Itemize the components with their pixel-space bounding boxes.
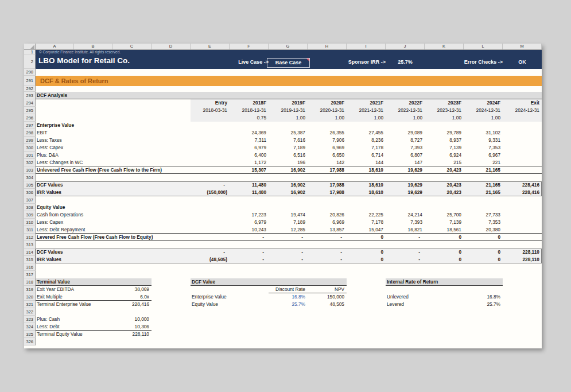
cell-G298[interactable]: 25,387 bbox=[269, 129, 308, 137]
row-header-316[interactable]: 316 bbox=[24, 263, 36, 271]
cell-I296[interactable]: 1.00 bbox=[347, 114, 386, 122]
cell-K303[interactable]: 20,423 bbox=[425, 166, 464, 174]
cell-K299[interactable]: 8,937 bbox=[425, 137, 464, 144]
cell-G311[interactable]: 12,285 bbox=[269, 226, 308, 234]
cell-I294[interactable]: 2021F bbox=[347, 99, 386, 107]
cell-H295[interactable]: 2020-12-31 bbox=[308, 107, 347, 114]
row-header-299[interactable]: 299 bbox=[24, 137, 36, 144]
cell-H321[interactable]: 48,505 bbox=[308, 301, 347, 308]
cell-F301[interactable]: 6,400 bbox=[230, 152, 269, 159]
cell-E294[interactable]: Entry bbox=[191, 99, 230, 107]
cell-L312[interactable]: 0 bbox=[464, 234, 503, 241]
cell-E318[interactable]: DCF Value bbox=[191, 278, 347, 286]
cell-I298[interactable]: 27,455 bbox=[347, 129, 386, 137]
cell-J299[interactable]: 8,727 bbox=[386, 137, 425, 144]
cell-J295[interactable]: 2022-12-31 bbox=[386, 107, 425, 114]
cell-H306[interactable]: 17,988 bbox=[308, 189, 347, 196]
row-header-303[interactable]: 303 bbox=[24, 166, 36, 174]
cell-F295[interactable]: 2018-12-31 bbox=[230, 107, 269, 114]
cell-I302[interactable]: 144 bbox=[347, 159, 386, 166]
row-header-294[interactable]: 294 bbox=[24, 99, 36, 107]
cell-K315[interactable]: 0 bbox=[425, 256, 464, 263]
row-header-1[interactable]: 1 bbox=[24, 49, 36, 55]
cell-A310[interactable]: Less: Capex bbox=[36, 219, 112, 226]
row-header-321[interactable]: 321 bbox=[24, 301, 36, 308]
cell-G305[interactable]: 16,902 bbox=[269, 181, 308, 189]
row-header-312[interactable]: 312 bbox=[24, 234, 36, 241]
cell-L305[interactable]: 21,165 bbox=[464, 181, 503, 189]
cell-A325[interactable]: Terminal Equity Value bbox=[36, 331, 112, 338]
cell-L310[interactable]: 7,353 bbox=[464, 219, 503, 226]
cell-K294[interactable]: 2023F bbox=[425, 99, 464, 107]
cell-I311[interactable]: 15,047 bbox=[347, 226, 386, 234]
row-header-297[interactable]: 297 bbox=[24, 122, 36, 129]
col-header-L[interactable]: L bbox=[464, 44, 503, 49]
cell-H312[interactable]: - bbox=[308, 234, 347, 241]
row-header-310[interactable]: 310 bbox=[24, 219, 36, 226]
cell-I305[interactable]: 18,610 bbox=[347, 181, 386, 189]
cell-G294[interactable]: 2019F bbox=[269, 99, 308, 107]
cell-A299[interactable]: Less: Taxes bbox=[36, 137, 112, 144]
cell-G315[interactable]: - bbox=[269, 256, 308, 263]
cell-H319[interactable]: NPV bbox=[308, 286, 347, 293]
col-header-A[interactable]: A bbox=[36, 44, 74, 49]
cell-K301[interactable]: 6,924 bbox=[425, 152, 464, 159]
cell-A314[interactable]: DCF Values bbox=[36, 249, 112, 256]
row-header-308[interactable]: 308 bbox=[24, 204, 36, 211]
cell-A302[interactable]: Less: Changes in WC bbox=[36, 159, 112, 166]
cell-A315[interactable]: IRR Values bbox=[36, 256, 112, 263]
cell-K309[interactable]: 25,700 bbox=[425, 211, 464, 219]
cell-J300[interactable]: 7,393 bbox=[386, 144, 425, 152]
cell-A300[interactable]: Less: Capex bbox=[36, 144, 112, 152]
cell-E306[interactable]: (150,000) bbox=[191, 189, 230, 196]
cell-J302[interactable]: 147 bbox=[386, 159, 425, 166]
row-header-301[interactable]: 301 bbox=[24, 152, 36, 159]
col-header-K[interactable]: K bbox=[425, 44, 464, 49]
row-header-315[interactable]: 315 bbox=[24, 256, 36, 263]
cell-J294[interactable]: 2022F bbox=[386, 99, 425, 107]
cell-L294[interactable]: 2024F bbox=[464, 99, 503, 107]
cell-F299[interactable]: 7,311 bbox=[230, 137, 269, 144]
cell-I310[interactable]: 7,178 bbox=[347, 219, 386, 226]
row-header-296[interactable]: 296 bbox=[24, 114, 36, 122]
cell-L298[interactable]: 31,102 bbox=[464, 129, 503, 137]
row-header-293[interactable]: 293 bbox=[24, 92, 36, 99]
cell-A305[interactable]: DCF Values bbox=[36, 181, 112, 189]
cell-E315[interactable]: (48,505) bbox=[191, 256, 230, 263]
cell-F298[interactable]: 24,369 bbox=[230, 129, 269, 137]
row-header-295[interactable]: 295 bbox=[24, 107, 36, 114]
cell-F294[interactable]: 2018F bbox=[230, 99, 269, 107]
cell-C323[interactable]: 10,000 bbox=[112, 316, 152, 323]
cell-J303[interactable]: 19,629 bbox=[386, 166, 425, 174]
cell-I299[interactable]: 8,236 bbox=[347, 137, 386, 144]
cell-A306[interactable]: IRR Values bbox=[36, 189, 112, 196]
cell-H314[interactable]: - bbox=[308, 249, 347, 256]
cell-J318[interactable]: Internal Rate of Return bbox=[386, 278, 503, 286]
cell-J298[interactable]: 29,089 bbox=[386, 129, 425, 137]
select-all-corner[interactable] bbox=[24, 44, 36, 49]
cell-E321[interactable]: Equity Value bbox=[191, 301, 269, 308]
section-banner[interactable]: DCF & Rates of Return bbox=[36, 76, 542, 86]
cell-M295[interactable]: 2024-12-31 bbox=[503, 107, 542, 114]
cell-H303[interactable]: 17,988 bbox=[308, 166, 347, 174]
cell-A312[interactable]: Levered Free Cash Flow (Free Cash Flow t… bbox=[36, 234, 191, 241]
cell-F303[interactable]: 15,307 bbox=[230, 166, 269, 174]
cell-M315[interactable]: 228,110 bbox=[503, 256, 542, 263]
cell-I301[interactable]: 6,714 bbox=[347, 152, 386, 159]
cell-J314[interactable]: - bbox=[386, 249, 425, 256]
row-header-305[interactable]: 305 bbox=[24, 181, 36, 189]
col-header-B[interactable]: B bbox=[74, 44, 112, 49]
cell-H300[interactable]: 6,969 bbox=[308, 144, 347, 152]
cell-A320[interactable]: Exit Multiple bbox=[36, 293, 112, 301]
cell-C320[interactable]: 6.0x bbox=[112, 293, 152, 301]
cell-J309[interactable]: 24,214 bbox=[386, 211, 425, 219]
cell-A303[interactable]: Unlevered Free Cash Flow (Free Cash Flow… bbox=[36, 166, 191, 174]
cell-A311[interactable]: Less: Debt Repayment bbox=[36, 226, 112, 234]
row-header-291[interactable]: 291 bbox=[24, 76, 36, 86]
col-header-H[interactable]: H bbox=[308, 44, 347, 49]
cell-J320[interactable]: Unlevered bbox=[386, 293, 464, 301]
row-header-302[interactable]: 302 bbox=[24, 159, 36, 166]
cell-H302[interactable]: 142 bbox=[308, 159, 347, 166]
cell-H299[interactable]: 7,906 bbox=[308, 137, 347, 144]
cell-L311[interactable]: 20,380 bbox=[464, 226, 503, 234]
